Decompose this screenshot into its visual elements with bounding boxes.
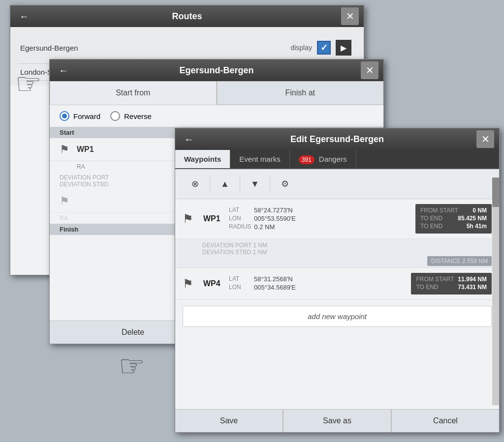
to-end-label-2: TO END bbox=[420, 223, 442, 230]
table-row[interactable]: ⚑ WP4 LAT 58°31.2568'N LON 005°34.5689'E… bbox=[175, 268, 499, 300]
remove-button[interactable]: ⊗ bbox=[183, 174, 207, 194]
edit-back-button[interactable]: ← bbox=[180, 130, 198, 148]
wp4-stats: FROM START 11.994 NM TO END 73.431 NM bbox=[411, 273, 492, 295]
egersund-titlebar: ← Egersund-Bergen ✕ bbox=[50, 59, 383, 81]
forward-radio[interactable] bbox=[60, 111, 69, 121]
reverse-radio[interactable] bbox=[110, 111, 120, 121]
move-down-button[interactable]: ▼ bbox=[243, 174, 267, 194]
routes-titlebar: ← Routes ✕ bbox=[10, 5, 364, 27]
edit-window: ← Edit Egersund-Bergen ✕ Waypoints Event… bbox=[175, 128, 500, 433]
hand-cursor-1: ☞ bbox=[15, 66, 42, 101]
display-checkbox[interactable]: ✓ bbox=[317, 41, 331, 55]
lat-label-wp4: LAT bbox=[229, 275, 251, 283]
tab-dangers[interactable]: 391 Dangers bbox=[290, 150, 356, 168]
to-end-label-wp4: TO END bbox=[416, 284, 438, 291]
tab-waypoints[interactable]: Waypoints bbox=[175, 150, 230, 168]
wp4-coords: LAT 58°31.2568'N LON 005°34.5689'E bbox=[229, 275, 405, 292]
hand-cursor-2: ☞ bbox=[119, 349, 145, 383]
egersund-back-button[interactable]: ← bbox=[55, 61, 72, 79]
lon-label-wp4: LON bbox=[229, 284, 251, 291]
to-end-value-wp4: 73.431 NM bbox=[458, 284, 487, 291]
route-name-egersund: Egersund-Bergen bbox=[20, 44, 78, 52]
lat-value: 58°24.7273'N bbox=[254, 206, 293, 214]
add-waypoint-button[interactable]: add new waypoint bbox=[183, 306, 492, 327]
edit-tab-bar: Waypoints Event marks 391 Dangers bbox=[175, 150, 499, 169]
navigate-arrow-button[interactable]: ▶ bbox=[336, 40, 351, 56]
display-row: display ✓ ▶ bbox=[288, 36, 354, 59]
edit-body: Waypoints Event marks 391 Dangers ⊗ ▲ ▼ … bbox=[175, 150, 499, 432]
tab-event-marks[interactable]: Event marks bbox=[230, 150, 289, 168]
tab-start-from[interactable]: Start from bbox=[50, 81, 217, 105]
toolbar-divider-2 bbox=[240, 175, 240, 193]
lon-value-wp4: 005°34.5689'E bbox=[254, 284, 296, 291]
wp1-flag-icon: ⚑ bbox=[183, 212, 197, 226]
reverse-option[interactable]: Reverse bbox=[110, 111, 152, 121]
lat-value-wp4: 58°31.2568'N bbox=[254, 275, 293, 283]
wp2-flag-icon: ⚑ bbox=[60, 195, 69, 207]
move-up-button[interactable]: ▲ bbox=[213, 174, 237, 194]
from-start-value: 0 NM bbox=[472, 207, 487, 214]
wp1-name-label: WP1 bbox=[203, 214, 223, 223]
radius-label: RADIUS bbox=[229, 223, 251, 231]
direction-row: Forward Reverse bbox=[50, 105, 383, 127]
dangers-label: Dangers bbox=[319, 155, 347, 163]
forward-option[interactable]: Forward bbox=[60, 111, 100, 121]
egersund-close-button[interactable]: ✕ bbox=[361, 61, 378, 79]
save-as-button[interactable]: Save as bbox=[284, 410, 391, 432]
routes-title: Routes bbox=[33, 11, 341, 22]
lon-value: 005°53.5590'E bbox=[254, 215, 296, 222]
waypoint-list: ⚑ WP1 LAT 58°24.7273'N LON 005°53.5590'E… bbox=[175, 199, 499, 432]
reverse-label: Reverse bbox=[124, 112, 152, 120]
wp1-flag-icon: ⚑ bbox=[60, 143, 69, 156]
distance-badge-wp1: DISTANCE 2.559 NM bbox=[427, 256, 492, 266]
from-start-value-wp4: 11.994 NM bbox=[458, 276, 487, 283]
wp4-flag-icon: ⚑ bbox=[183, 277, 197, 291]
scrollbar-thumb[interactable] bbox=[492, 177, 499, 207]
deviation-port-wp1: DEVIATION PORT 1 NM bbox=[202, 242, 492, 249]
wp1-name: WP1 bbox=[77, 145, 94, 154]
cancel-button[interactable]: Cancel bbox=[392, 410, 499, 432]
routes-back-button[interactable]: ← bbox=[15, 7, 33, 25]
tab-finish-at[interactable]: Finish at bbox=[217, 81, 384, 105]
edit-close-button[interactable]: ✕ bbox=[476, 130, 494, 148]
routes-close-button[interactable]: ✕ bbox=[341, 7, 359, 25]
deviation-port-label: RA bbox=[77, 163, 85, 170]
radius-value: 0.2 NM bbox=[254, 223, 275, 231]
wp1-coords: LAT 58°24.7273'N LON 005°53.5590'E RADIU… bbox=[229, 206, 410, 232]
toolbar-divider-1 bbox=[210, 175, 210, 193]
save-button[interactable]: Save bbox=[175, 410, 283, 432]
settings-button[interactable]: ⚙ bbox=[273, 174, 297, 194]
edit-toolbar: ⊗ ▲ ▼ ⚙ bbox=[175, 169, 499, 199]
lat-label: LAT bbox=[229, 206, 251, 214]
lon-label: LON bbox=[229, 215, 251, 222]
wp4-name-label: WP4 bbox=[203, 279, 223, 288]
route-tab-bar: Start from Finish at bbox=[50, 81, 383, 105]
from-start-label-wp4: FROM START bbox=[416, 276, 454, 283]
edit-titlebar: ← Edit Egersund-Bergen ✕ bbox=[175, 128, 499, 150]
dangers-badge: 391 bbox=[299, 155, 315, 164]
forward-label: Forward bbox=[73, 112, 100, 120]
edit-bottom-bar: Save Save as Cancel bbox=[175, 409, 499, 432]
deviation-section-wp1: DEVIATION PORT 1 NM DEVIATION STBD 1 NM … bbox=[175, 239, 499, 268]
to-end-value-2: 5h 41m bbox=[467, 223, 487, 230]
to-end-label-1: TO END bbox=[420, 215, 442, 222]
to-end-value-1: 85.425 NM bbox=[458, 215, 487, 222]
from-start-label: FROM START bbox=[420, 207, 458, 214]
wp1-stats: FROM START 0 NM TO END 85.425 NM TO END … bbox=[415, 204, 492, 234]
deviation-stbd-wp1: DEVIATION STBD 1 NM bbox=[202, 249, 492, 256]
egersund-title: Egersund-Bergen bbox=[72, 65, 361, 76]
edit-title: Edit Egersund-Bergen bbox=[198, 134, 476, 145]
display-label: display bbox=[290, 44, 312, 52]
scrollbar-track[interactable] bbox=[492, 177, 499, 405]
table-row[interactable]: ⚑ WP1 LAT 58°24.7273'N LON 005°53.5590'E… bbox=[175, 199, 499, 239]
toolbar-divider-3 bbox=[270, 175, 270, 193]
